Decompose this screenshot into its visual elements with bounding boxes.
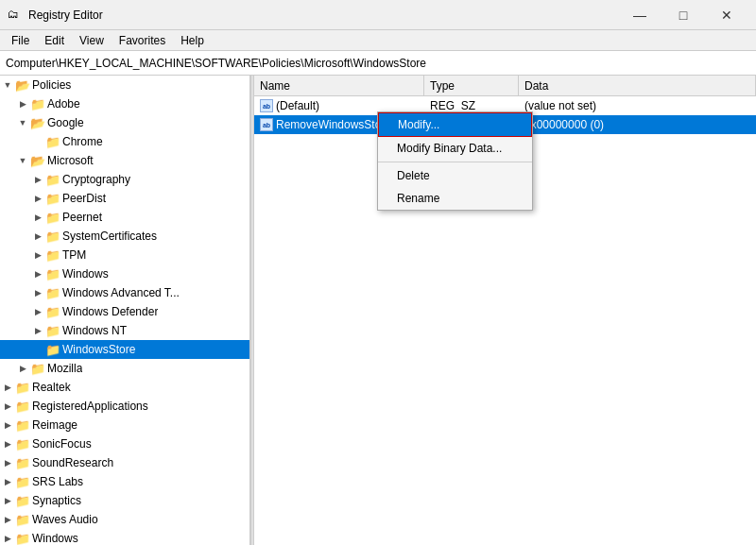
tree-label: Policies [32,78,71,92]
col-header-name[interactable]: Name [254,76,424,95]
menu-item-help[interactable]: Help [173,32,212,49]
folder-icon: 📁 [15,437,30,451]
tree-label: Waves Audio [32,513,98,526]
tree-label: Microsoft [47,154,94,167]
tree-item[interactable]: ▼📂Microsoft [0,151,249,170]
folder-icon: 📁 [15,381,30,395]
tree-expand-icon: ▶ [15,99,30,109]
folder-icon: 📁 [45,343,60,357]
tree-expand-icon: ▶ [15,364,30,373]
tree-item[interactable]: ▶📁Reimage [0,416,249,434]
tree-label: Reimage [32,418,77,432]
folder-icon: 📁 [15,532,30,546]
tree-label: TPM [62,248,86,262]
reg-icon: ab [260,99,273,112]
tree-expand-icon: ▶ [0,401,15,411]
tree-item[interactable]: ▶📁PeerDist [0,189,249,208]
tree-expand-icon: ▶ [0,420,15,430]
tree-item[interactable]: ▶📁Realtek [0,378,249,397]
tree-expand-icon: ▼ [15,118,30,128]
tree-item[interactable]: ▶📁Mozilla [0,359,249,378]
tree-label: Google [47,116,84,129]
tree-item[interactable]: ▶📁Windows Advanced T... [0,283,249,302]
tree-item[interactable]: ▶📁Waves Audio [0,510,249,529]
tree-item[interactable]: ▶📁Windows NT [0,321,249,340]
tree-expand-icon: ▶ [30,250,45,260]
title-bar-left: 🗂 Registry Editor [8,8,103,23]
tree-expand-icon: ▶ [30,231,45,241]
tree-label: Windows [62,267,109,281]
tree-label: SystemCertificates [62,230,157,243]
reg-icon: ab [260,118,273,131]
tree-label: SoundResearch [32,456,113,469]
tree-item[interactable]: ▶📁Adobe [0,94,249,113]
table-cell-name-text: RemoveWindowsStore [276,118,391,131]
tree-label: SonicFocus [32,437,92,451]
tree-item[interactable]: ▶📁SonicFocus [0,434,249,453]
title-bar: 🗂 Registry Editor — □ ✕ [0,0,756,30]
tree-scroll[interactable]: ▼📂Policies▶📁Adobe▼📂Google📁Chrome▼📂Micros… [0,76,249,545]
context-menu-item[interactable]: Modify... [378,112,532,137]
tree-expand-icon: ▶ [30,326,45,335]
tree-item[interactable]: ▶📁RegisteredApplications [0,397,249,416]
context-menu-separator [378,162,532,162]
close-button[interactable]: ✕ [705,0,748,30]
menu-item-view[interactable]: View [72,32,112,49]
tree-item[interactable]: ▶📁Windows [0,529,249,545]
tree-expand-icon: ▶ [30,213,45,222]
tree-label: Windows Advanced T... [62,286,180,299]
tree-label: Synaptics [32,494,81,507]
folder-icon: 📁 [45,211,60,225]
title-controls: — □ ✕ [618,0,748,30]
folder-icon: 📁 [45,305,60,319]
tree-label: PeerDist [62,192,106,205]
minimize-button[interactable]: — [618,0,662,30]
context-menu-item[interactable]: Delete [378,164,532,187]
tree-expand-icon: ▶ [0,458,15,468]
tree-label: Adobe [47,97,80,111]
folder-icon: 📂 [30,116,45,130]
tree-item[interactable]: ▼📂Google [0,113,249,132]
col-header-data[interactable]: Data [519,76,756,95]
tree-expand-icon: ▶ [30,288,45,298]
table-cell-name-text: (Default) [276,99,319,112]
table-cell-data: (value not set) [519,97,756,114]
folder-icon: 📁 [30,97,45,111]
tree-label: Peernet [62,211,102,224]
tree-expand-icon: ▶ [0,496,15,505]
tree-expand-icon: ▶ [0,383,15,392]
tree-item[interactable]: ▶📁Cryptography [0,170,249,189]
tree-item[interactable]: ▶📁SoundResearch [0,453,249,472]
tree-item[interactable]: ▶📁Windows Defender [0,302,249,321]
maximize-button[interactable]: □ [662,0,705,30]
table-cell-data: 0x00000000 (0) [519,116,756,133]
context-menu-item[interactable]: Modify Binary Data... [378,137,532,160]
menu-item-edit[interactable]: Edit [37,32,72,49]
tree-item[interactable]: ▶📁SRS Labs [0,472,249,491]
menu-item-file[interactable]: File [4,32,37,49]
right-pane: Name Type Data ab(Default)REG_SZ(value n… [254,76,756,545]
tree-item[interactable]: 📁WindowsStore [0,340,249,359]
tree-expand-icon: ▼ [15,156,30,165]
tree-item[interactable]: ▶📁Windows [0,264,249,283]
tree-item[interactable]: ▶📁SystemCertificates [0,227,249,246]
folder-icon: 📁 [15,494,30,508]
tree-label: Windows Defender [62,305,158,318]
folder-icon: 📁 [15,513,30,527]
col-header-type[interactable]: Type [424,76,519,95]
tree-item[interactable]: ▶📁TPM [0,246,249,264]
tree-expand-icon: ▶ [0,477,15,486]
tree-expand-icon: ▶ [0,534,15,543]
tree-item[interactable]: 📁Chrome [0,132,249,151]
folder-icon: 📁 [45,230,60,244]
tree-label: RegisteredApplications [32,400,148,413]
tree-expand-icon: ▶ [30,175,45,184]
tree-item[interactable]: ▶📁Synaptics [0,491,249,510]
context-menu-item[interactable]: Rename [378,187,532,210]
tree-expand-icon: ▶ [30,269,45,279]
title-text: Registry Editor [28,9,103,22]
folder-icon: 📁 [45,192,60,206]
menu-item-favorites[interactable]: Favorites [112,32,173,49]
tree-item[interactable]: ▶📁Peernet [0,208,249,227]
tree-item[interactable]: ▼📂Policies [0,76,249,94]
